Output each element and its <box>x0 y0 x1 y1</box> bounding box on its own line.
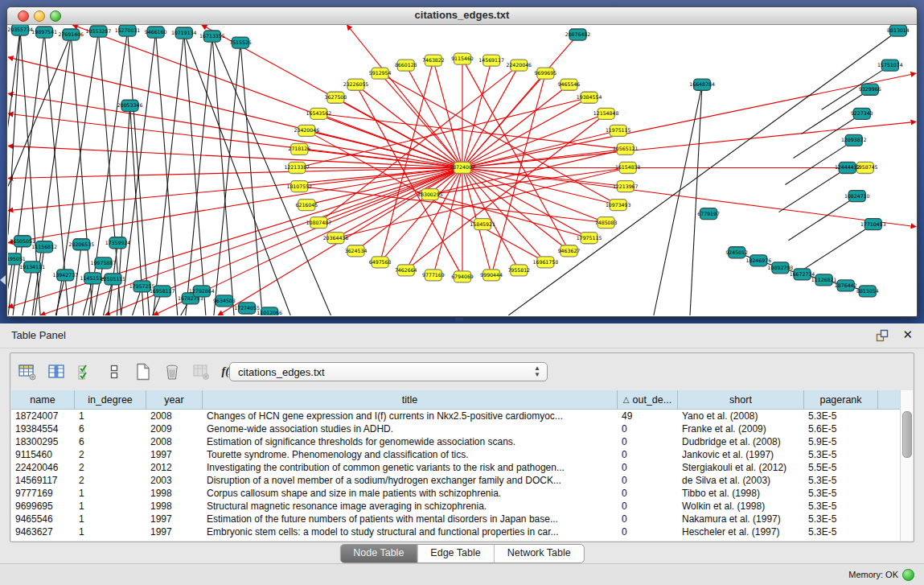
create-column-icon[interactable] <box>131 360 155 383</box>
graph-edge[interactable] <box>186 36 212 315</box>
graph-node[interactable]: 17274055 <box>234 303 260 314</box>
graph-node[interactable]: 6794069 <box>451 271 474 282</box>
table-row[interactable]: 977716911998Corpus callosum shape and si… <box>11 487 913 500</box>
graph-node[interactable]: 7485083 <box>595 217 618 229</box>
graph-node[interactable]: 5912954 <box>369 68 392 79</box>
graph-node[interactable]: 9463627 <box>558 245 581 257</box>
graph-node[interactable]: 7462664 <box>395 265 417 276</box>
column-checklist-icon[interactable] <box>73 360 97 383</box>
graph-node[interactable]: 8660128 <box>395 60 417 71</box>
graph-edge[interactable] <box>654 84 702 315</box>
graph-node[interactable]: 23420046 <box>294 125 320 136</box>
panel-collapse-arrow-icon[interactable] <box>0 275 6 285</box>
graph-node[interactable]: 3624534 <box>345 245 368 257</box>
graph-node[interactable]: 20053346 <box>117 100 143 111</box>
graph-edge[interactable] <box>778 167 847 212</box>
table-row[interactable]: 1938455462009Genome-wide association stu… <box>11 422 913 435</box>
table-row[interactable]: 946362711997Embryonic stem cells: a mode… <box>11 525 913 538</box>
graph-node[interactable]: 9329966 <box>859 84 881 95</box>
delete-column-icon[interactable] <box>160 360 184 383</box>
graph-node[interactable]: 16543562 <box>306 108 332 119</box>
tab-edge-table[interactable]: Edge Table <box>417 545 494 562</box>
graph-node[interactable]: 10807487 <box>306 217 332 229</box>
graph-node[interactable]: 17359924 <box>105 237 131 249</box>
table-row[interactable]: 969969511998Structural magnetic resonanc… <box>11 500 913 513</box>
graph-edge[interactable] <box>822 65 890 109</box>
table-row[interactable]: 1872400712008Changes of HCN gene express… <box>11 410 913 422</box>
graph-node[interactable]: 11012066 <box>257 307 282 315</box>
graph-node[interactable]: 9634508 <box>213 295 236 307</box>
graph-node[interactable]: 27691406 <box>58 29 84 40</box>
table-row[interactable]: 1830029562008Estimation of significance … <box>11 435 913 448</box>
graph-node[interactable]: 15270031 <box>115 25 141 36</box>
table-row[interactable]: 1456911722003Disruption of a novel membe… <box>11 474 913 487</box>
graph-edge[interactable] <box>8 30 20 235</box>
close-window-button[interactable] <box>18 10 29 22</box>
graph-edge[interactable] <box>212 36 331 315</box>
graph-node[interactable]: 7515526 <box>229 37 252 48</box>
network-canvas[interactable]: 1615483812213967109734937485083179751159… <box>8 25 916 315</box>
graph-node[interactable]: 20206535 <box>69 239 95 250</box>
column-header-name[interactable]: name <box>11 390 75 409</box>
graph-node[interactable]: 10824710 <box>844 191 870 202</box>
graph-node[interactable]: 9777169 <box>422 270 445 281</box>
graph-node[interactable]: 16713355 <box>199 31 225 42</box>
graph-node[interactable]: 18246976 <box>746 255 772 266</box>
column-header-year[interactable]: year <box>146 390 203 409</box>
graph-node[interactable]: 7463822 <box>422 55 445 66</box>
column-header-in-degree[interactable]: in_degree <box>75 390 146 409</box>
graph-edge-selected[interactable] <box>462 73 916 167</box>
graph-node[interactable]: 10973493 <box>606 200 631 211</box>
graph-edge[interactable] <box>121 32 155 315</box>
graph-edge[interactable] <box>156 32 178 315</box>
graph-edge-selected[interactable] <box>430 195 589 238</box>
row-height-icon[interactable] <box>102 360 126 383</box>
graph-node[interactable]: 19897541 <box>31 27 57 38</box>
float-panel-icon[interactable] <box>876 329 889 342</box>
vertical-scrollbar[interactable] <box>900 390 913 541</box>
show-columns-icon[interactable] <box>44 360 68 383</box>
zoom-window-button[interactable] <box>50 10 61 22</box>
graph-node[interactable]: 20195051 <box>8 253 26 265</box>
graph-node[interactable]: 10553287 <box>86 26 112 37</box>
graph-node[interactable]: 10892798 <box>768 262 794 274</box>
graph-node[interactable]: 16961758 <box>533 257 559 268</box>
graph-node[interactable]: 9465546 <box>558 79 581 90</box>
graph-node[interactable]: 12154848 <box>593 108 619 119</box>
graph-node[interactable]: 20355734 <box>8 25 33 35</box>
graph-node[interactable]: 16154838 <box>615 162 641 173</box>
graph-edge-selected[interactable] <box>72 25 462 167</box>
column-header-out-de-[interactable]: △out_de... <box>618 390 678 409</box>
graph-edge[interactable] <box>240 43 262 315</box>
graph-edge[interactable] <box>8 35 71 187</box>
graph-node[interactable]: 8813054 <box>856 286 879 297</box>
graph-node[interactable]: 6216045 <box>295 200 318 211</box>
column-header-title[interactable]: title <box>203 390 618 409</box>
graph-node[interactable]: 10719134 <box>171 27 197 39</box>
graph-edge-selected[interactable] <box>8 57 462 167</box>
graph-node[interactable]: 12444412 <box>835 162 860 173</box>
graph-node[interactable]: 9245012 <box>725 247 748 258</box>
graph-node[interactable]: 6779197 <box>697 208 720 220</box>
close-panel-icon[interactable]: ✕ <box>902 328 913 342</box>
graph-node[interactable]: 14569117 <box>478 55 504 66</box>
graph-edge[interactable] <box>23 267 32 315</box>
graph-node[interactable]: 23226055 <box>343 79 369 90</box>
graph-node[interactable]: 10565121 <box>613 143 639 154</box>
graph-node[interactable]: 7955812 <box>507 265 530 276</box>
graph-node[interactable]: 11451514 <box>80 273 106 284</box>
table-mode-icon[interactable] <box>15 360 39 383</box>
graph-node[interactable]: 19975887 <box>91 257 117 269</box>
tab-node-table[interactable]: Node Table <box>340 545 417 562</box>
table-row[interactable]: 946554611997Estimation of the future num… <box>11 513 913 525</box>
graph-node[interactable]: 6497568 <box>369 257 392 268</box>
graph-edge[interactable] <box>212 36 234 315</box>
graph-node[interactable]: 13942737 <box>52 270 78 281</box>
graph-node[interactable]: 8813014 <box>887 25 910 36</box>
graph-node[interactable]: 17957255 <box>129 281 155 292</box>
graph-edge-selected[interactable] <box>462 167 916 226</box>
graph-node[interactable]: 20364436 <box>323 233 349 244</box>
table-row[interactable]: 911546021997Tourette syndrome. Phenomeno… <box>11 448 913 461</box>
minimize-window-button[interactable] <box>34 10 45 22</box>
graph-edge-selected[interactable] <box>8 113 462 167</box>
